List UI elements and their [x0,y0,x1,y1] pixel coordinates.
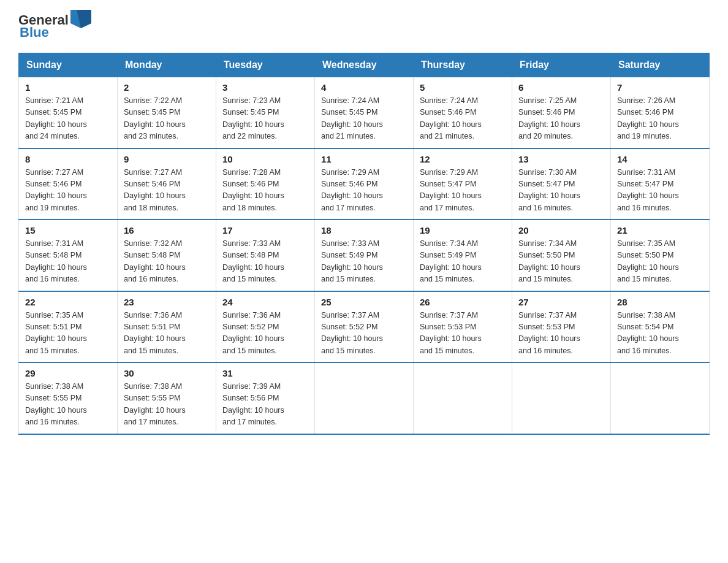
calendar-week-row: 8 Sunrise: 7:27 AM Sunset: 5:46 PM Dayli… [19,148,710,220]
calendar-cell: 13 Sunrise: 7:30 AM Sunset: 5:47 PM Dayl… [512,148,611,220]
day-info: Sunrise: 7:38 AM Sunset: 5:55 PM Dayligh… [124,381,210,429]
calendar-cell: 17 Sunrise: 7:33 AM Sunset: 5:48 PM Dayl… [216,220,315,291]
calendar-cell: 15 Sunrise: 7:31 AM Sunset: 5:48 PM Dayl… [19,220,118,291]
day-info: Sunrise: 7:29 AM Sunset: 5:46 PM Dayligh… [321,167,407,215]
calendar-cell: 18 Sunrise: 7:33 AM Sunset: 5:49 PM Dayl… [315,220,414,291]
day-number: 28 [617,297,703,307]
day-info: Sunrise: 7:27 AM Sunset: 5:46 PM Dayligh… [25,167,111,215]
day-info: Sunrise: 7:29 AM Sunset: 5:47 PM Dayligh… [420,167,506,215]
calendar-cell: 8 Sunrise: 7:27 AM Sunset: 5:46 PM Dayli… [19,148,118,220]
day-info: Sunrise: 7:37 AM Sunset: 5:52 PM Dayligh… [321,310,407,358]
calendar-table: SundayMondayTuesdayWednesdayThursdayFrid… [18,53,710,435]
day-info: Sunrise: 7:27 AM Sunset: 5:46 PM Dayligh… [124,167,210,215]
day-info: Sunrise: 7:22 AM Sunset: 5:45 PM Dayligh… [124,95,210,143]
day-info: Sunrise: 7:35 AM Sunset: 5:51 PM Dayligh… [25,310,111,358]
calendar-cell: 3 Sunrise: 7:23 AM Sunset: 5:45 PM Dayli… [216,77,315,148]
calendar-week-row: 15 Sunrise: 7:31 AM Sunset: 5:48 PM Dayl… [19,220,710,291]
calendar-cell: 5 Sunrise: 7:24 AM Sunset: 5:46 PM Dayli… [414,77,512,148]
day-number: 20 [518,225,604,236]
day-info: Sunrise: 7:34 AM Sunset: 5:50 PM Dayligh… [518,238,604,286]
calendar-cell [315,362,414,434]
calendar-cell: 30 Sunrise: 7:38 AM Sunset: 5:55 PM Dayl… [118,362,216,434]
calendar-cell: 29 Sunrise: 7:38 AM Sunset: 5:55 PM Dayl… [19,362,118,434]
weekday-header-friday: Friday [512,53,611,77]
day-info: Sunrise: 7:38 AM Sunset: 5:54 PM Dayligh… [617,310,703,358]
calendar-cell [512,362,611,434]
weekday-header-sunday: Sunday [19,53,118,77]
day-number: 12 [420,154,506,164]
day-info: Sunrise: 7:36 AM Sunset: 5:51 PM Dayligh… [124,310,210,358]
day-info: Sunrise: 7:26 AM Sunset: 5:46 PM Dayligh… [617,95,703,143]
day-info: Sunrise: 7:33 AM Sunset: 5:48 PM Dayligh… [222,238,308,286]
day-number: 3 [222,82,308,93]
calendar-cell: 31 Sunrise: 7:39 AM Sunset: 5:56 PM Dayl… [216,362,315,434]
day-number: 25 [321,297,407,307]
day-number: 15 [25,225,111,236]
calendar-cell: 28 Sunrise: 7:38 AM Sunset: 5:54 PM Dayl… [611,291,710,363]
day-number: 18 [321,225,407,236]
day-number: 2 [124,82,210,93]
day-number: 11 [321,154,407,164]
day-number: 19 [420,225,506,236]
calendar-cell: 11 Sunrise: 7:29 AM Sunset: 5:46 PM Dayl… [315,148,414,220]
weekday-header-thursday: Thursday [414,53,512,77]
day-number: 8 [25,154,111,164]
day-info: Sunrise: 7:24 AM Sunset: 5:46 PM Dayligh… [420,95,506,143]
day-info: Sunrise: 7:30 AM Sunset: 5:47 PM Dayligh… [518,167,604,215]
weekday-header-tuesday: Tuesday [216,53,315,77]
day-number: 14 [617,154,703,164]
calendar-cell [611,362,710,434]
day-info: Sunrise: 7:31 AM Sunset: 5:48 PM Dayligh… [25,238,111,286]
day-number: 9 [124,154,210,164]
weekday-header-row: SundayMondayTuesdayWednesdayThursdayFrid… [19,53,710,77]
weekday-header-saturday: Saturday [611,53,710,77]
day-number: 16 [124,225,210,236]
calendar-cell: 23 Sunrise: 7:36 AM Sunset: 5:51 PM Dayl… [118,291,216,363]
general-blue-logo-icon [70,10,91,28]
day-info: Sunrise: 7:35 AM Sunset: 5:50 PM Dayligh… [617,238,703,286]
day-number: 30 [124,368,210,378]
calendar-cell: 14 Sunrise: 7:31 AM Sunset: 5:47 PM Dayl… [611,148,710,220]
calendar-cell: 2 Sunrise: 7:22 AM Sunset: 5:45 PM Dayli… [118,77,216,148]
day-number: 29 [25,368,111,378]
calendar-cell: 6 Sunrise: 7:25 AM Sunset: 5:46 PM Dayli… [512,77,611,148]
day-info: Sunrise: 7:32 AM Sunset: 5:48 PM Dayligh… [124,238,210,286]
day-number: 13 [518,154,604,164]
page-header: General Blue [18,12,710,40]
day-info: Sunrise: 7:24 AM Sunset: 5:45 PM Dayligh… [321,95,407,143]
logo-blue-text: Blue [20,25,49,40]
day-info: Sunrise: 7:37 AM Sunset: 5:53 PM Dayligh… [420,310,506,358]
calendar-cell: 25 Sunrise: 7:37 AM Sunset: 5:52 PM Dayl… [315,291,414,363]
calendar-week-row: 1 Sunrise: 7:21 AM Sunset: 5:45 PM Dayli… [19,77,710,148]
calendar-cell: 22 Sunrise: 7:35 AM Sunset: 5:51 PM Dayl… [19,291,118,363]
day-number: 21 [617,225,703,236]
day-number: 6 [518,82,604,93]
day-number: 1 [25,82,111,93]
day-info: Sunrise: 7:28 AM Sunset: 5:46 PM Dayligh… [222,167,308,215]
calendar-cell: 19 Sunrise: 7:34 AM Sunset: 5:49 PM Dayl… [414,220,512,291]
logo: General Blue [18,12,91,40]
calendar-cell: 4 Sunrise: 7:24 AM Sunset: 5:45 PM Dayli… [315,77,414,148]
calendar-cell: 16 Sunrise: 7:32 AM Sunset: 5:48 PM Dayl… [118,220,216,291]
calendar-cell: 21 Sunrise: 7:35 AM Sunset: 5:50 PM Dayl… [611,220,710,291]
day-number: 7 [617,82,703,93]
day-info: Sunrise: 7:33 AM Sunset: 5:49 PM Dayligh… [321,238,407,286]
day-info: Sunrise: 7:38 AM Sunset: 5:55 PM Dayligh… [25,381,111,429]
calendar-week-row: 29 Sunrise: 7:38 AM Sunset: 5:55 PM Dayl… [19,362,710,434]
calendar-cell: 12 Sunrise: 7:29 AM Sunset: 5:47 PM Dayl… [414,148,512,220]
day-info: Sunrise: 7:34 AM Sunset: 5:49 PM Dayligh… [420,238,506,286]
day-info: Sunrise: 7:25 AM Sunset: 5:46 PM Dayligh… [518,95,604,143]
day-info: Sunrise: 7:37 AM Sunset: 5:53 PM Dayligh… [518,310,604,358]
day-number: 24 [222,297,308,307]
day-number: 10 [222,154,308,164]
day-number: 5 [420,82,506,93]
day-number: 31 [222,368,308,378]
day-number: 22 [25,297,111,307]
calendar-cell [414,362,512,434]
calendar-cell: 10 Sunrise: 7:28 AM Sunset: 5:46 PM Dayl… [216,148,315,220]
calendar-cell: 27 Sunrise: 7:37 AM Sunset: 5:53 PM Dayl… [512,291,611,363]
day-info: Sunrise: 7:36 AM Sunset: 5:52 PM Dayligh… [222,310,308,358]
day-info: Sunrise: 7:31 AM Sunset: 5:47 PM Dayligh… [617,167,703,215]
calendar-cell: 1 Sunrise: 7:21 AM Sunset: 5:45 PM Dayli… [19,77,118,148]
day-number: 27 [518,297,604,307]
